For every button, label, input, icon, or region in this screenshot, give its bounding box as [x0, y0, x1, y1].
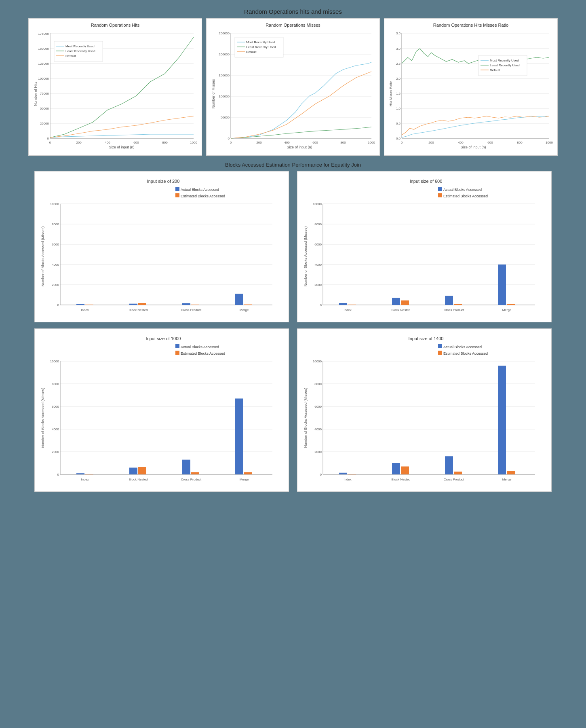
svg-text:4000: 4000: [314, 427, 322, 431]
svg-text:1.5: 1.5: [396, 92, 401, 95]
svg-text:Cross Product: Cross Product: [181, 308, 202, 312]
svg-text:Input size of 1400: Input size of 1400: [409, 336, 444, 341]
svg-text:Block Nested: Block Nested: [391, 308, 410, 312]
svg-rect-182: [129, 468, 137, 474]
svg-rect-153: [445, 296, 453, 305]
svg-text:Most Recently Used: Most Recently Used: [246, 40, 275, 44]
page-title: Random Operations hits and misses: [8, 8, 578, 15]
svg-text:Number of Hits: Number of Hits: [34, 81, 38, 106]
svg-text:600: 600: [487, 141, 493, 144]
svg-text:200000: 200000: [219, 53, 230, 56]
svg-text:2000: 2000: [52, 450, 59, 454]
svg-text:Actual Blocks Accessed: Actual Blocks Accessed: [181, 188, 219, 192]
hits-chart-area: Number of Hits 0 25000 50000 75000 10000…: [32, 29, 198, 152]
svg-text:250000: 250000: [219, 32, 230, 35]
misses-chart-area: Number of Misses 0 50000 100000 150000 2…: [210, 29, 376, 152]
bar-charts-row1: Input size of 200 Actual Blocks Accessed…: [8, 171, 578, 322]
svg-text:Merge: Merge: [502, 308, 512, 312]
svg-text:4000: 4000: [52, 263, 59, 267]
svg-text:0: 0: [57, 473, 59, 476]
svg-text:Least Recently Used: Least Recently Used: [490, 63, 520, 67]
svg-text:1000: 1000: [546, 141, 553, 144]
svg-rect-147: [339, 303, 347, 305]
svg-text:0: 0: [57, 303, 59, 307]
svg-text:Merge: Merge: [240, 478, 249, 481]
svg-text:6000: 6000: [52, 405, 59, 408]
svg-rect-179: [76, 473, 84, 474]
svg-text:200: 200: [256, 141, 262, 144]
svg-text:400: 400: [105, 141, 110, 144]
svg-text:10000: 10000: [313, 360, 322, 363]
svg-rect-96: [175, 187, 179, 191]
svg-rect-116: [85, 305, 93, 305]
svg-rect-156: [498, 265, 506, 305]
svg-rect-124: [235, 294, 243, 305]
svg-rect-162: [175, 351, 179, 355]
svg-text:Default: Default: [490, 68, 500, 72]
svg-text:Most Recently Used: Most Recently Used: [65, 44, 95, 48]
svg-rect-215: [401, 466, 409, 474]
svg-rect-119: [138, 303, 146, 305]
svg-text:2000: 2000: [314, 283, 322, 287]
svg-text:100000: 100000: [219, 95, 230, 98]
svg-text:2000: 2000: [314, 450, 322, 454]
hits-svg: Number of Hits 0 25000 50000 75000 10000…: [32, 29, 202, 150]
svg-rect-154: [454, 304, 462, 305]
svg-text:150000: 150000: [219, 74, 230, 77]
svg-text:Cross Product: Cross Product: [444, 478, 464, 481]
svg-text:Size of input (n): Size of input (n): [460, 145, 486, 149]
svg-text:1000: 1000: [368, 141, 375, 144]
svg-rect-157: [507, 304, 515, 305]
hits-chart-title: Random Operations Hits: [32, 23, 198, 28]
svg-rect-218: [454, 472, 462, 474]
svg-text:0: 0: [230, 141, 232, 144]
svg-text:Index: Index: [81, 308, 89, 312]
svg-text:175000: 175000: [38, 32, 49, 36]
ratio-svg: Hits Misses Ratio 0.0 0.5 1.0 1.5 2.0 2.…: [388, 29, 557, 150]
bar-chart-200-svg: Input size of 200 Actual Blocks Accessed…: [38, 176, 289, 317]
svg-text:Actual Blocks Accessed: Actual Blocks Accessed: [443, 345, 482, 349]
svg-text:50000: 50000: [221, 116, 230, 119]
svg-text:Number of Blocks Accessed (Mis: Number of Blocks Accessed (Misses): [41, 226, 45, 287]
svg-text:100000: 100000: [38, 77, 49, 80]
svg-text:8000: 8000: [314, 382, 322, 386]
svg-text:150000: 150000: [38, 47, 49, 51]
svg-text:Actual Blocks Accessed: Actual Blocks Accessed: [181, 345, 219, 349]
svg-text:Input size of 1000: Input size of 1000: [146, 336, 181, 341]
svg-text:Hits Misses Ratio: Hits Misses Ratio: [389, 81, 392, 106]
bar-chart-600: Input size of 600 Actual Blocks Accessed…: [297, 171, 552, 322]
svg-text:4000: 4000: [314, 263, 322, 267]
svg-text:600: 600: [312, 141, 318, 144]
svg-text:Number of Blocks Accessed (Mis: Number of Blocks Accessed (Misses): [41, 388, 45, 448]
svg-text:6000: 6000: [314, 405, 322, 408]
svg-text:800: 800: [340, 141, 346, 144]
svg-rect-125: [244, 305, 252, 305]
bar-chart-1000-svg: Input size of 1000 Actual Blocks Accesse…: [38, 333, 289, 487]
svg-rect-128: [438, 187, 442, 191]
svg-rect-188: [235, 398, 243, 474]
svg-text:600: 600: [133, 141, 139, 144]
ratio-chart: Random Operations Hits Misses Ratio Hits…: [384, 18, 558, 156]
svg-text:Number of Blocks Accessed (Mis: Number of Blocks Accessed (Misses): [304, 388, 308, 448]
svg-text:Number of Misses: Number of Misses: [211, 79, 215, 108]
svg-rect-183: [138, 467, 146, 474]
svg-rect-118: [129, 304, 137, 305]
svg-text:400: 400: [458, 141, 464, 144]
bar-chart-200: Input size of 200 Actual Blocks Accessed…: [34, 171, 289, 322]
svg-rect-160: [175, 344, 179, 348]
svg-text:0: 0: [320, 303, 322, 307]
svg-text:800: 800: [517, 141, 523, 144]
svg-text:Number of Blocks Accessed (Mis: Number of Blocks Accessed (Misses): [304, 226, 308, 287]
svg-text:3.0: 3.0: [396, 47, 401, 51]
svg-text:10000: 10000: [50, 202, 59, 206]
svg-text:Index: Index: [81, 478, 89, 481]
svg-rect-180: [85, 474, 93, 474]
svg-rect-186: [191, 472, 199, 474]
misses-svg: Number of Misses 0 50000 100000 150000 2…: [210, 29, 379, 150]
svg-text:Block Nested: Block Nested: [129, 478, 148, 481]
svg-text:Index: Index: [344, 308, 352, 312]
svg-text:Estimated Blocks Accessed: Estimated Blocks Accessed: [181, 351, 225, 356]
svg-rect-189: [244, 472, 252, 474]
svg-text:Index: Index: [344, 478, 352, 481]
svg-text:0: 0: [401, 141, 403, 144]
